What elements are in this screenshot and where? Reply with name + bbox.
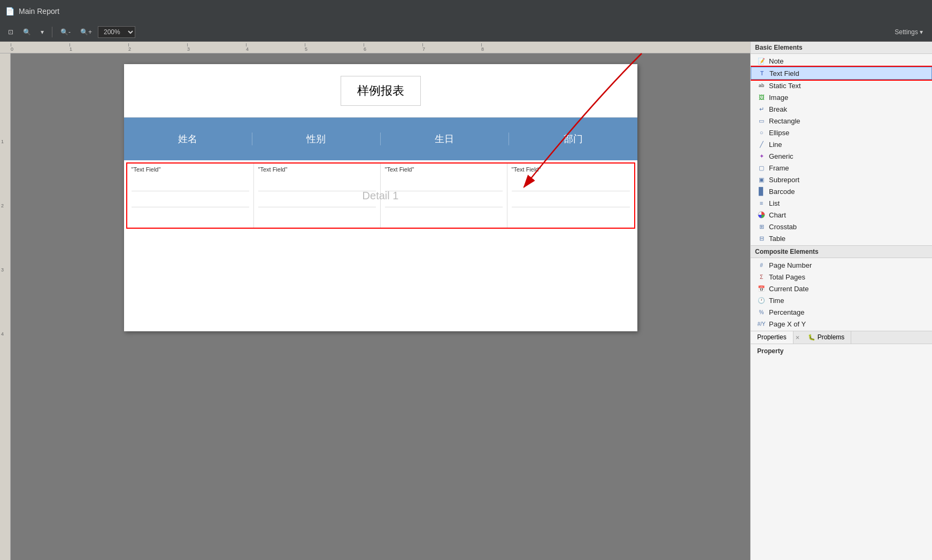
panel-item-chart[interactable]: Chart bbox=[751, 209, 932, 221]
panel-item-rectangle[interactable]: ▭ Rectangle bbox=[751, 115, 932, 127]
panel-item-table[interactable]: ⊟ Table bbox=[751, 232, 932, 244]
tab-problems[interactable]: 🐛 Problems bbox=[802, 331, 851, 344]
report-header-band: 姓名 性别 生日 部门 bbox=[124, 118, 637, 160]
detail-band: "Text Field" "Text Field" bbox=[126, 162, 635, 229]
panel-item-note[interactable]: 📝 Note bbox=[751, 55, 932, 67]
basic-elements-list: 📝 Note T Text Field ab Static Text 🖼 Ima… bbox=[751, 54, 932, 245]
detail-row-4a bbox=[512, 175, 630, 191]
ellipse-icon: ○ bbox=[757, 128, 766, 137]
ruler-mark-left-1: 1 bbox=[1, 139, 4, 144]
currentdate-icon: 📅 bbox=[757, 284, 766, 293]
title-bar-title: Main Report bbox=[19, 7, 59, 15]
detail-textfield-3: "Text Field" bbox=[385, 166, 414, 173]
header-cell-gender: 性别 bbox=[252, 133, 381, 145]
ruler-marks: 0 1 2 3 4 5 6 7 8 bbox=[11, 42, 750, 53]
rectangle-label: Rectangle bbox=[769, 117, 800, 125]
detail-cell-3: "Text Field" bbox=[381, 164, 507, 228]
detail-band-wrapper: "Text Field" "Text Field" bbox=[124, 162, 637, 229]
table-icon: ⊟ bbox=[757, 234, 766, 243]
toolbar-zoom-dropdown[interactable]: ▾ bbox=[37, 27, 48, 37]
panel-item-image[interactable]: 🖼 Image bbox=[751, 91, 932, 103]
panel-item-pagexofy[interactable]: #/Y Page X of Y bbox=[751, 318, 932, 330]
textfield-icon: T bbox=[758, 69, 766, 77]
time-icon: 🕐 bbox=[757, 296, 766, 305]
barcode-label: Barcode bbox=[769, 188, 795, 196]
ruler-top: 0 1 2 3 4 5 6 7 8 bbox=[0, 42, 750, 53]
chart-label: Chart bbox=[769, 211, 786, 219]
header-cell-dept: 部门 bbox=[509, 133, 637, 145]
percentage-label: Percentage bbox=[769, 308, 805, 316]
settings-button[interactable]: Settings ▾ bbox=[890, 27, 928, 37]
report-title-section: 样例报表 bbox=[124, 64, 637, 118]
barcode-icon: ▊ bbox=[757, 187, 766, 196]
panel-item-line[interactable]: ╱ Line bbox=[751, 138, 932, 150]
detail-cell-2: "Text Field" bbox=[254, 164, 381, 228]
composite-elements-header: Composite Elements bbox=[751, 245, 932, 258]
toolbar: ⊡ 🔍 ▾ 🔍- 🔍+ 200% 100% 150% Settings ▾ bbox=[0, 22, 932, 42]
ruler-mark-2: 2 bbox=[128, 46, 131, 52]
panel-item-list[interactable]: ≡ List bbox=[751, 197, 932, 209]
tab-properties[interactable]: Properties bbox=[751, 331, 794, 344]
ruler-mark-3: 3 bbox=[187, 46, 190, 52]
chart-icon bbox=[757, 211, 766, 219]
line-label: Line bbox=[769, 141, 782, 149]
panel-item-break[interactable]: ↵ Break bbox=[751, 103, 932, 115]
detail-row-2a bbox=[258, 175, 376, 191]
toolbar-fit-btn[interactable]: ⊡ bbox=[4, 27, 17, 37]
generic-icon: ✦ bbox=[757, 152, 766, 160]
currentdate-label: Current Date bbox=[769, 285, 808, 293]
image-icon: 🖼 bbox=[757, 93, 766, 102]
zoom-select[interactable]: 200% 100% 150% bbox=[98, 26, 135, 38]
panel-item-generic[interactable]: ✦ Generic bbox=[751, 150, 932, 162]
panel-item-pagenumber[interactable]: # Page Number bbox=[751, 259, 932, 271]
ruler-mark-1: 1 bbox=[70, 46, 72, 52]
detail-row-1b bbox=[132, 191, 249, 207]
panel-item-textfield[interactable]: T Text Field bbox=[751, 67, 932, 80]
composite-elements-list: # Page Number Σ Total Pages 📅 Current Da… bbox=[751, 258, 932, 331]
panel-item-time[interactable]: 🕐 Time bbox=[751, 294, 932, 306]
canvas-with-ruler: 1 2 3 4 样例报表 bbox=[0, 53, 750, 560]
properties-content: Property bbox=[751, 344, 932, 376]
ruler-mark-0: 0 bbox=[11, 46, 13, 52]
detail-grid: "Text Field" "Text Field" bbox=[127, 164, 634, 228]
frame-label: Frame bbox=[769, 164, 789, 172]
panel-item-ellipse[interactable]: ○ Ellipse bbox=[751, 127, 932, 138]
detail-textfield-4: "Text Field" bbox=[512, 166, 541, 173]
pagexofy-icon: #/Y bbox=[757, 320, 766, 328]
line-icon: ╱ bbox=[757, 140, 766, 149]
break-label: Break bbox=[769, 105, 787, 113]
panel-item-statictext[interactable]: ab Static Text bbox=[751, 80, 932, 91]
detail-cell-4: "Text Field" bbox=[507, 164, 634, 228]
panel-item-currentdate[interactable]: 📅 Current Date bbox=[751, 283, 932, 294]
subreport-label: Subreport bbox=[769, 176, 799, 184]
ruler-mark-8: 8 bbox=[481, 46, 484, 52]
panel-item-crosstab[interactable]: ⊞ Crosstab bbox=[751, 221, 932, 232]
toolbar-zoom-in[interactable]: 🔍+ bbox=[76, 27, 96, 37]
panel-item-percentage[interactable]: % Percentage bbox=[751, 306, 932, 318]
panel-item-totalpages[interactable]: Σ Total Pages bbox=[751, 271, 932, 283]
canvas-area: 0 1 2 3 4 5 6 7 8 1 2 3 4 bbox=[0, 42, 750, 560]
report-title-box: 样例报表 bbox=[341, 76, 421, 106]
detail-row-2b bbox=[258, 191, 376, 207]
panel-item-frame[interactable]: ▢ Frame bbox=[751, 162, 932, 174]
ruler-mark-7: 7 bbox=[422, 46, 425, 52]
panel-item-barcode[interactable]: ▊ Barcode bbox=[751, 185, 932, 197]
note-icon: 📝 bbox=[757, 57, 766, 65]
list-icon: ≡ bbox=[757, 199, 766, 207]
properties-tabs: Properties × 🐛 Problems bbox=[751, 331, 932, 344]
totalpages-label: Total Pages bbox=[769, 273, 805, 281]
toolbar-zoom-btn[interactable]: 🔍 bbox=[19, 27, 35, 37]
list-label: List bbox=[769, 199, 780, 207]
ruler-mark-left-4: 4 bbox=[1, 331, 4, 337]
header-label-birthday: 生日 bbox=[435, 134, 454, 144]
ruler-mark-left-2: 2 bbox=[1, 203, 4, 208]
detail-row-4b bbox=[512, 191, 630, 207]
toolbar-zoom-out[interactable]: 🔍- bbox=[57, 27, 74, 37]
title-bar-icon: 📄 bbox=[5, 7, 14, 15]
panel-item-subreport[interactable]: ▣ Subreport bbox=[751, 174, 932, 185]
break-icon: ↵ bbox=[757, 105, 766, 113]
image-label: Image bbox=[769, 94, 788, 102]
detail-row-3b bbox=[385, 191, 503, 207]
subreport-icon: ▣ bbox=[757, 175, 766, 184]
rectangle-icon: ▭ bbox=[757, 116, 766, 125]
